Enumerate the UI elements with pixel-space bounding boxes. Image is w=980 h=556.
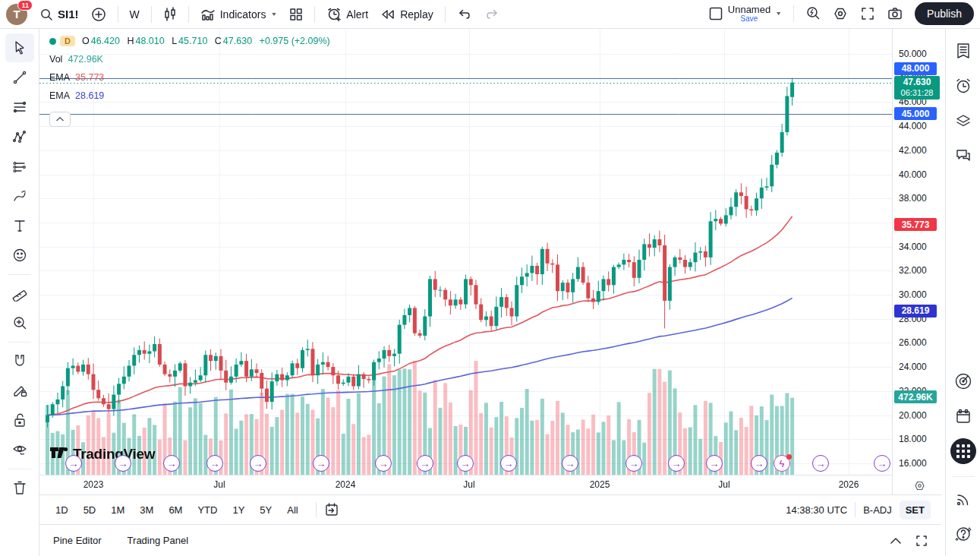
alert-button[interactable]: Alert xyxy=(320,4,374,25)
chat-button[interactable] xyxy=(950,143,976,169)
date-range-6m[interactable]: 6M xyxy=(163,501,187,520)
layout-select-button[interactable]: Unnamed Save ▼ xyxy=(702,2,788,26)
contract-rollover-marker[interactable]: → xyxy=(115,455,131,472)
time-axis[interactable]: 2023Jul2024Jul2025Jul2026 xyxy=(39,475,892,494)
contract-rollover-marker[interactable]: → xyxy=(375,455,392,472)
bottom-toolbar: 1D5D1M3M6MYTD1Y5YAll 14:38:30 UTC B-ADJ … xyxy=(39,494,941,525)
object-tree-button[interactable] xyxy=(950,108,976,134)
save-layout-link[interactable]: Save xyxy=(741,15,758,24)
interval-button[interactable]: W xyxy=(124,5,146,24)
news-signal-button[interactable] xyxy=(950,486,976,512)
fullscreen-button[interactable] xyxy=(854,3,881,24)
contract-rollover-marker[interactable]: → xyxy=(874,455,890,472)
symbol-label: SI1! xyxy=(58,8,79,21)
price-line-badge[interactable]: 48.000 xyxy=(894,62,937,75)
help-button[interactable] xyxy=(950,521,976,547)
watchlist-button[interactable] xyxy=(950,38,976,64)
clock-time[interactable]: 14:38:30 UTC xyxy=(786,504,847,516)
event-lightning-marker[interactable]: ϟ xyxy=(774,455,790,472)
go-to-date-button[interactable] xyxy=(324,502,339,517)
user-avatar[interactable]: T 11 xyxy=(6,4,27,25)
compare-add-button[interactable] xyxy=(85,4,112,25)
price-line-badge[interactable]: 35.773 xyxy=(894,218,937,231)
date-range-3m[interactable]: 3M xyxy=(134,501,159,520)
contract-rollover-marker[interactable]: → xyxy=(206,455,223,472)
brush-tool-button[interactable] xyxy=(5,182,34,210)
symbol-search-button[interactable]: SI1! xyxy=(33,5,85,24)
forecast-icon xyxy=(11,158,28,175)
contract-rollover-marker[interactable]: → xyxy=(668,455,685,472)
contract-rollover-marker[interactable]: → xyxy=(625,455,642,472)
contract-rollover-marker[interactable]: → xyxy=(500,455,517,472)
price-line-badge[interactable]: 472.96K xyxy=(894,390,937,403)
price-axis-settings-icon[interactable] xyxy=(914,480,925,494)
chart-style-button[interactable] xyxy=(157,4,183,25)
contract-rollover-marker[interactable]: → xyxy=(250,455,266,472)
magnet-mode-button[interactable] xyxy=(5,346,34,375)
contract-rollover-marker[interactable]: → xyxy=(751,455,767,472)
trading-panel-tab[interactable]: Trading Panel xyxy=(128,535,188,546)
date-range-5y[interactable]: 5Y xyxy=(254,501,277,520)
indicators-button[interactable]: Indicators ▼ xyxy=(194,5,284,24)
zoom-in-tool-button[interactable] xyxy=(5,308,34,337)
pattern-tool-button[interactable] xyxy=(5,122,34,151)
cursor-tool-button[interactable] xyxy=(5,33,34,62)
undo-button[interactable] xyxy=(451,5,478,24)
contract-rollover-marker[interactable]: → xyxy=(417,455,433,472)
screener-button[interactable] xyxy=(950,368,976,394)
legend-main-row[interactable]: D O46.420 H48.010 L45.710 C47.630 +0.975… xyxy=(49,32,332,50)
delayed-data-badge[interactable]: D xyxy=(60,36,75,46)
date-range-1d[interactable]: 1D xyxy=(50,501,74,520)
fib-retracement-tool-button[interactable] xyxy=(5,93,34,122)
contract-rollover-marker[interactable]: → xyxy=(562,455,578,472)
date-range-ytd[interactable]: YTD xyxy=(192,501,222,520)
calendar-button[interactable] xyxy=(950,403,976,429)
screenshot-button[interactable] xyxy=(881,4,909,24)
price-line-badge[interactable]: 28.619 xyxy=(894,305,937,317)
measure-tool-button[interactable] xyxy=(5,279,34,308)
contract-rollover-marker[interactable]: → xyxy=(163,455,180,472)
fullscreen-icon xyxy=(860,6,875,21)
trend-line-tool-button[interactable] xyxy=(5,63,34,92)
more-apps-button[interactable] xyxy=(950,438,976,464)
text-tool-button[interactable] xyxy=(5,211,34,240)
replay-label: Replay xyxy=(400,8,433,21)
publish-button[interactable]: Publish xyxy=(915,2,974,25)
panel-maximize-button[interactable] xyxy=(915,535,928,547)
legend-collapse-button[interactable] xyxy=(49,112,71,127)
alerts-button[interactable] xyxy=(950,73,976,99)
adjustment-toggle[interactable]: B-ADJ xyxy=(863,504,892,516)
redo-button[interactable] xyxy=(478,5,506,24)
forecast-tool-button[interactable] xyxy=(5,152,34,181)
hide-drawings-button[interactable] xyxy=(5,435,34,464)
chart-settings-button[interactable] xyxy=(827,3,854,24)
stay-in-drawing-mode-button[interactable] xyxy=(5,376,34,405)
emoji-tool-button[interactable] xyxy=(5,241,34,270)
date-range-all[interactable]: All xyxy=(282,501,303,520)
contract-rollover-marker[interactable]: → xyxy=(313,455,329,472)
indicator-templates-button[interactable] xyxy=(283,5,309,24)
remove-drawings-button[interactable] xyxy=(5,473,34,502)
legend-volume-row[interactable]: Vol 472.96K xyxy=(49,50,332,68)
contract-rollover-marker[interactable]: → xyxy=(457,455,474,472)
pencil-lock-icon xyxy=(11,382,28,399)
date-range-1m[interactable]: 1M xyxy=(106,501,130,520)
price-line-badge[interactable]: 45.000 xyxy=(894,107,937,120)
price-tick: 44.000 xyxy=(899,121,927,131)
date-range-5d[interactable]: 5D xyxy=(78,501,102,520)
session-toggle[interactable]: SET xyxy=(900,501,931,520)
price-tick: 34.000 xyxy=(899,242,927,252)
legend-ema1-row[interactable]: EMA 35.773 xyxy=(49,68,332,87)
pine-editor-tab[interactable]: Pine Editor xyxy=(53,535,102,546)
contract-rollover-marker[interactable]: → xyxy=(706,455,723,472)
quick-search-button[interactable] xyxy=(799,3,827,24)
current-price-badge[interactable]: 47.63006:31:28 xyxy=(894,76,940,100)
date-range-1y[interactable]: 1Y xyxy=(227,501,250,520)
contract-rollover-marker[interactable]: → xyxy=(812,455,829,472)
lock-drawings-button[interactable] xyxy=(5,406,34,434)
replay-button[interactable]: Replay xyxy=(374,5,440,24)
price-axis[interactable]: 50.00048.00046.00044.00042.00040.00038.0… xyxy=(892,29,941,494)
panel-collapse-button[interactable] xyxy=(890,537,902,545)
contract-rollover-marker[interactable]: → xyxy=(65,455,82,472)
legend-ema2-row[interactable]: EMA 28.619 xyxy=(49,87,332,105)
